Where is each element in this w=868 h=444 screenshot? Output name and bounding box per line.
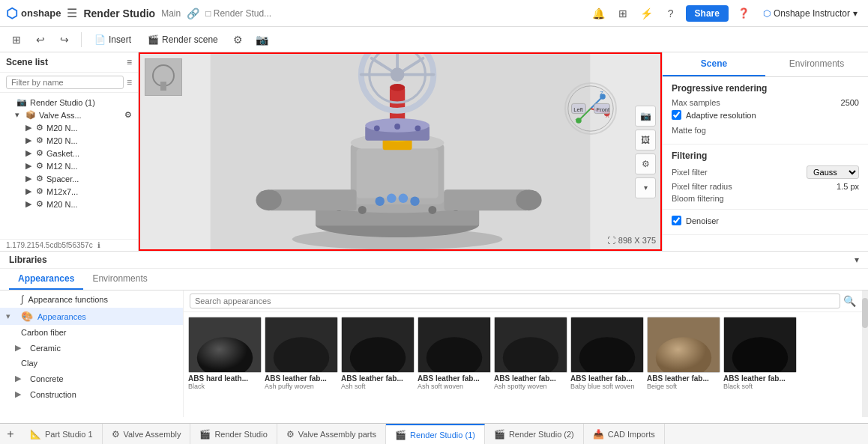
svg-point-17 xyxy=(390,84,405,91)
part-icon: ⚙ xyxy=(36,186,43,196)
sidebar-item-appearance-functions[interactable]: ∫ Appearance functions xyxy=(0,291,183,308)
tree-item-spacer[interactable]: ▶ ⚙ Spacer... xyxy=(0,172,138,185)
viewport-tool-3[interactable]: ⚙ xyxy=(635,153,656,174)
appearance-name: ABS leather fab... xyxy=(723,374,798,383)
scene-list-menu-icon[interactable]: ≡ xyxy=(127,57,132,67)
viewport-tool-2[interactable]: 🖼 xyxy=(635,130,656,150)
tree-item-m12n[interactable]: ▶ ⚙ M12 N... xyxy=(0,159,138,172)
viewport[interactable]: Z Y X Front Left 📷 🖼 ⚙ ▾ ⛶ 898 xyxy=(139,52,662,251)
tab-part-studio-1[interactable]: 📐 Part Studio 1 xyxy=(21,424,103,444)
tab-render-studio-1[interactable]: 🎬 Render Studio (1) xyxy=(386,424,485,444)
render-scene-button[interactable]: 🎬 Render scene xyxy=(141,31,225,48)
libraries-collapse-button[interactable]: ▾ xyxy=(855,255,859,265)
tree-item-valve-assembly[interactable]: ▾ 📦 Valve Ass... ⚙ xyxy=(0,109,138,121)
appearance-sub: Baby blue soft woven xyxy=(570,383,645,390)
part-icon: ⚙ xyxy=(36,148,43,158)
settings-icon[interactable]: ⚙ xyxy=(228,29,249,50)
tab-environments[interactable]: Environments xyxy=(83,269,156,290)
viewport-tool-4[interactable]: ▾ xyxy=(635,177,656,198)
appearance-sub: Black xyxy=(188,383,263,390)
scene-tree: 📷 Render Studio (1) ▾ 📦 Valve Ass... ⚙ ▶… xyxy=(0,93,138,239)
insert-button[interactable]: 📄 Insert xyxy=(88,31,138,48)
add-tab-button[interactable]: + xyxy=(0,424,21,444)
search-input[interactable] xyxy=(190,294,840,308)
right-panel: Scene Environments Progressive rendering… xyxy=(662,52,868,251)
tab-valve-assembly[interactable]: ⚙ Valve Assembly xyxy=(103,424,191,444)
svg-point-35 xyxy=(387,194,396,203)
redo-button[interactable]: ↪ xyxy=(54,29,75,50)
tree-item-render-studio[interactable]: 📷 Render Studio (1) xyxy=(0,96,138,109)
help-circle-icon[interactable]: ℹ xyxy=(97,241,100,249)
sidebar-item-clay[interactable]: Clay xyxy=(0,356,183,371)
expand-icon: ▶ xyxy=(15,389,25,399)
tree-item-m20n-3[interactable]: ▶ ⚙ M20 N... xyxy=(0,198,138,210)
appearance-name: ABS leather fab... xyxy=(341,374,416,383)
scene-preview-thumbnail[interactable] xyxy=(145,58,182,96)
scene-filter-input[interactable] xyxy=(6,76,124,89)
grid-view-icon[interactable]: ⊞ xyxy=(614,4,632,22)
help-icon[interactable]: ? xyxy=(662,4,680,22)
denoiser-checkbox[interactable] xyxy=(672,216,681,225)
activity-icon[interactable]: ⚡ xyxy=(638,4,656,22)
link-icon[interactable]: 🔗 xyxy=(187,7,199,19)
tree-item-label: M20 N... xyxy=(46,200,78,209)
appearance-item-abs-leather-ash-puffy[interactable]: ABS leather fab... Ash puffy woven xyxy=(265,317,340,390)
appearance-item-abs-leather-ash-soft-woven[interactable]: ABS leather fab... Ash soft woven xyxy=(418,317,492,390)
camera-icon[interactable]: 📷 xyxy=(252,29,273,50)
settings-icon[interactable]: ⚙ xyxy=(124,110,132,120)
sidebar-item-concrete[interactable]: ▶ Concrete xyxy=(0,371,183,386)
appearance-item-abs-leather-baby-blue[interactable]: ABS leather fab... Baby blue soft woven xyxy=(570,317,645,390)
viewport-dimensions: 898 X 375 xyxy=(618,236,656,245)
tree-item-m12x7[interactable]: ▶ ⚙ M12x7... xyxy=(0,185,138,198)
appearance-item-abs-leather-ash-spotty[interactable]: ABS leather fab... Ash spotty woven xyxy=(494,317,569,390)
appearance-item-abs-leather-black-soft[interactable]: ABS leather fab... Black soft xyxy=(723,317,798,390)
tree-item-label: Render Studio (1) xyxy=(30,98,95,107)
tree-item-gasket[interactable]: ▶ ⚙ Gasket... xyxy=(0,147,138,159)
svg-point-6 xyxy=(358,206,367,214)
sidebar-item-ceramic[interactable]: ▶ Ceramic xyxy=(0,340,183,356)
sidebar-item-carbon-fiber[interactable]: Carbon fiber xyxy=(0,325,183,340)
tab-render-studio-2[interactable]: 🎬 Render Studio (2) xyxy=(485,424,584,444)
svg-point-13 xyxy=(256,189,281,210)
list-view-icon[interactable]: ≡ xyxy=(127,77,132,88)
tab-render-studio[interactable]: 🎬 Render Studio xyxy=(190,424,277,444)
adaptive-resolution-checkbox[interactable] xyxy=(672,110,681,120)
help2-icon[interactable]: ❓ xyxy=(735,4,753,22)
sidebar-item-construction[interactable]: ▶ Construction xyxy=(0,386,183,402)
appearance-item-abs-hard-leather-black[interactable]: ABS hard leath... Black xyxy=(188,317,263,390)
libraries-title: Libraries xyxy=(9,255,47,265)
expand-icon: ▶ xyxy=(15,374,25,383)
tab-scene[interactable]: Scene xyxy=(663,52,765,76)
pixel-filter-select[interactable]: Gauss Box Triangle xyxy=(807,165,859,179)
appearance-sub: Black soft xyxy=(723,383,798,390)
tools-icon[interactable]: ⊞ xyxy=(6,29,27,50)
orientation-gizmo[interactable]: Z Y X Front Left xyxy=(564,82,617,135)
tree-item-m20n-1[interactable]: ▶ ⚙ M20 N... xyxy=(0,121,138,134)
tab-valve-assembly-parts[interactable]: ⚙ Valve Assembly parts xyxy=(277,424,386,444)
hamburger-button[interactable]: ☰ xyxy=(67,6,77,20)
user-caret-icon: ▾ xyxy=(853,8,858,19)
viewport-tool-1[interactable]: 📷 xyxy=(635,106,656,127)
svg-point-24 xyxy=(415,125,421,131)
denoiser-label: Denoiser xyxy=(686,216,719,225)
tab-cad-imports[interactable]: 📥 CAD Imports xyxy=(584,424,665,444)
viewport-gizmo: Z Y X Front Left xyxy=(564,82,617,135)
svg-rect-39 xyxy=(160,82,166,91)
right-panel-tabs: Scene Environments xyxy=(663,52,868,77)
appearances-search: 🔍 xyxy=(184,291,862,312)
tab-appearances[interactable]: Appearances xyxy=(9,269,83,290)
appearance-item-abs-leather-ash-soft[interactable]: ABS leather fab... Ash soft xyxy=(341,317,416,390)
appearance-name: ABS hard leath... xyxy=(188,374,263,383)
undo-button[interactable]: ↩ xyxy=(30,29,51,50)
search-icon[interactable]: 🔍 xyxy=(843,295,856,307)
part-icon: ⚙ xyxy=(36,161,43,171)
appearance-item-abs-leather-beige[interactable]: ABS leather fab... Beige soft xyxy=(647,317,722,390)
notifications-icon[interactable]: 🔔 xyxy=(590,4,608,22)
user-menu[interactable]: ⬡ Onshape Instructor ▾ xyxy=(759,7,862,20)
tree-item-m20n-2[interactable]: ▶ ⚙ M20 N... xyxy=(0,134,138,147)
grid-scrollbar[interactable] xyxy=(862,291,868,417)
share-button[interactable]: Share xyxy=(686,5,729,22)
tab-environments[interactable]: Environments xyxy=(765,52,868,76)
tree-item-label: M12x7... xyxy=(46,187,78,196)
sidebar-item-appearances[interactable]: ▾ 🎨 Appearances xyxy=(0,308,183,325)
